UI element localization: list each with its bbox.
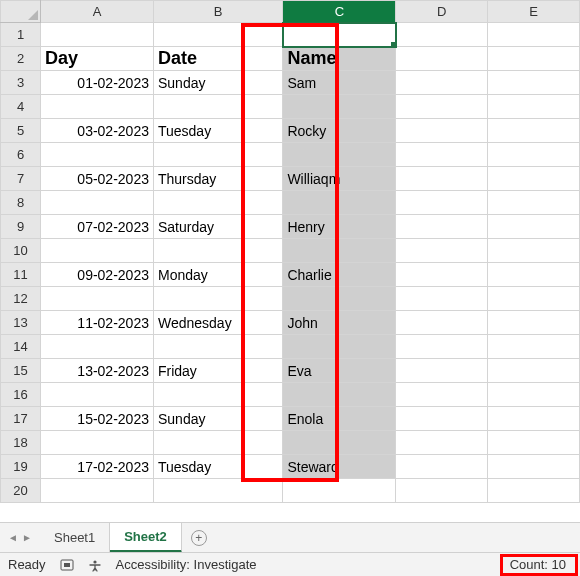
cell-E11[interactable] (488, 263, 580, 287)
sheet-tab-sheet1[interactable]: Sheet1 (40, 523, 110, 552)
cell-A3[interactable]: 01-02-2023 (41, 71, 154, 95)
cell-B19[interactable]: Tuesday (153, 455, 282, 479)
cell-E6[interactable] (488, 143, 580, 167)
row-header-10[interactable]: 10 (1, 239, 41, 263)
cell-A16[interactable] (41, 383, 154, 407)
cell-A9[interactable]: 07-02-2023 (41, 215, 154, 239)
cell-A17[interactable]: 15-02-2023 (41, 407, 154, 431)
cell-E2[interactable] (488, 47, 580, 71)
cell-B13[interactable]: Wednesday (153, 311, 282, 335)
cell-C7[interactable]: Williaqm (283, 167, 396, 191)
cell-D13[interactable] (396, 311, 488, 335)
row-header-3[interactable]: 3 (1, 71, 41, 95)
cell-D8[interactable] (396, 191, 488, 215)
cell-B1[interactable] (153, 23, 282, 47)
cell-D18[interactable] (396, 431, 488, 455)
cell-C18[interactable] (283, 431, 396, 455)
cell-C3[interactable]: Sam (283, 71, 396, 95)
cell-E5[interactable] (488, 119, 580, 143)
cell-A6[interactable] (41, 143, 154, 167)
cell-E12[interactable] (488, 287, 580, 311)
cell-B4[interactable] (153, 95, 282, 119)
cell-D10[interactable] (396, 239, 488, 263)
cell-D19[interactable] (396, 455, 488, 479)
row-header-2[interactable]: 2 (1, 47, 41, 71)
add-sheet-button[interactable]: + (182, 523, 216, 552)
cell-C9[interactable]: Henry (283, 215, 396, 239)
worksheet-area[interactable]: A B C D E 1 2 Day Date Name (0, 0, 580, 522)
cell-A8[interactable] (41, 191, 154, 215)
row-header-8[interactable]: 8 (1, 191, 41, 215)
macro-record-icon[interactable] (60, 559, 74, 571)
select-all-corner[interactable] (1, 1, 41, 23)
cell-A5[interactable]: 03-02-2023 (41, 119, 154, 143)
cell-D12[interactable] (396, 287, 488, 311)
cell-D7[interactable] (396, 167, 488, 191)
row-header-18[interactable]: 18 (1, 431, 41, 455)
sheet-nav-arrows[interactable]: ◄ ► (0, 523, 40, 552)
column-header-C[interactable]: C (283, 1, 396, 23)
cell-E18[interactable] (488, 431, 580, 455)
column-header-B[interactable]: B (153, 1, 282, 23)
row-header-5[interactable]: 5 (1, 119, 41, 143)
accessibility-icon[interactable] (88, 559, 102, 571)
row-header-17[interactable]: 17 (1, 407, 41, 431)
cell-B15[interactable]: Friday (153, 359, 282, 383)
cell-B2[interactable]: Date (153, 47, 282, 71)
cell-D1[interactable] (396, 23, 488, 47)
cell-D5[interactable] (396, 119, 488, 143)
row-header-7[interactable]: 7 (1, 167, 41, 191)
cell-C2[interactable]: Name (283, 47, 396, 71)
cell-E20[interactable] (488, 479, 580, 503)
cell-E16[interactable] (488, 383, 580, 407)
cell-C12[interactable] (283, 287, 396, 311)
row-header-12[interactable]: 12 (1, 287, 41, 311)
status-accessibility[interactable]: Accessibility: Investigate (116, 557, 257, 572)
column-header-A[interactable]: A (41, 1, 154, 23)
cell-B10[interactable] (153, 239, 282, 263)
cell-C1[interactable] (283, 23, 396, 47)
cell-C14[interactable] (283, 335, 396, 359)
cell-E14[interactable] (488, 335, 580, 359)
cell-C15[interactable]: Eva (283, 359, 396, 383)
row-header-1[interactable]: 1 (1, 23, 41, 47)
cell-A15[interactable]: 13-02-2023 (41, 359, 154, 383)
cell-C4[interactable] (283, 95, 396, 119)
cell-E7[interactable] (488, 167, 580, 191)
cell-D3[interactable] (396, 71, 488, 95)
row-header-6[interactable]: 6 (1, 143, 41, 167)
cell-A12[interactable] (41, 287, 154, 311)
cell-A10[interactable] (41, 239, 154, 263)
cell-B20[interactable] (153, 479, 282, 503)
cell-E4[interactable] (488, 95, 580, 119)
cell-E9[interactable] (488, 215, 580, 239)
cell-D17[interactable] (396, 407, 488, 431)
cell-B12[interactable] (153, 287, 282, 311)
row-header-14[interactable]: 14 (1, 335, 41, 359)
cell-C20[interactable] (283, 479, 396, 503)
cell-A11[interactable]: 09-02-2023 (41, 263, 154, 287)
cell-A18[interactable] (41, 431, 154, 455)
cell-D14[interactable] (396, 335, 488, 359)
cell-A14[interactable] (41, 335, 154, 359)
cell-C16[interactable] (283, 383, 396, 407)
row-header-11[interactable]: 11 (1, 263, 41, 287)
cell-B8[interactable] (153, 191, 282, 215)
cell-B11[interactable]: Monday (153, 263, 282, 287)
cell-D6[interactable] (396, 143, 488, 167)
cell-C17[interactable]: Enola (283, 407, 396, 431)
cell-B17[interactable]: Sunday (153, 407, 282, 431)
cell-E15[interactable] (488, 359, 580, 383)
row-header-16[interactable]: 16 (1, 383, 41, 407)
row-header-20[interactable]: 20 (1, 479, 41, 503)
cell-A7[interactable]: 05-02-2023 (41, 167, 154, 191)
cell-C11[interactable]: Charlie (283, 263, 396, 287)
cell-D11[interactable] (396, 263, 488, 287)
cell-B6[interactable] (153, 143, 282, 167)
cell-E1[interactable] (488, 23, 580, 47)
cell-E10[interactable] (488, 239, 580, 263)
cell-B3[interactable]: Sunday (153, 71, 282, 95)
cell-D20[interactable] (396, 479, 488, 503)
cell-A19[interactable]: 17-02-2023 (41, 455, 154, 479)
cell-C10[interactable] (283, 239, 396, 263)
